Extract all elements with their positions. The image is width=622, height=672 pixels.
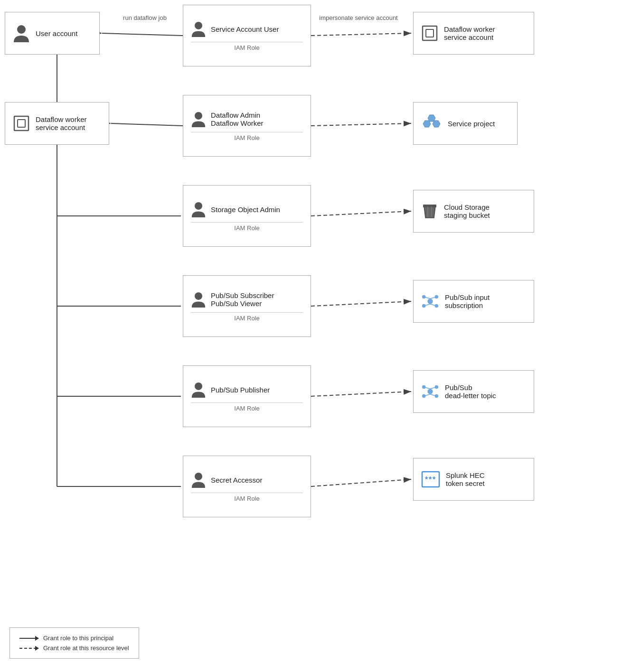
- role-person-icon-1: [191, 20, 206, 38]
- svg-rect-14: [423, 205, 436, 207]
- svg-rect-5: [423, 26, 437, 40]
- iam-divider-1: [191, 42, 303, 42]
- svg-point-35: [195, 473, 202, 480]
- iam-label-1: IAM Role: [191, 44, 303, 51]
- role-person-icon-2: [191, 110, 206, 128]
- user-account-label: User account: [36, 29, 77, 37]
- dataflow-worker-sa-top-box: Dataflow worker service account: [413, 12, 534, 55]
- secret-accessor-role-box: Secret Accessor IAM Role: [183, 456, 311, 517]
- pubsub-deadletter-label: Pub/Sub dead-letter topic: [445, 383, 496, 400]
- service-project-label: Service project: [448, 120, 495, 128]
- person-icon: [13, 23, 30, 43]
- arrow-secret-to-splunk: [311, 479, 411, 486]
- dataflow-worker-sa-left-label: Dataflow worker service account: [36, 115, 87, 131]
- arrow-pubsub-sub-to-resource: [311, 301, 411, 306]
- iam-divider-3: [191, 222, 303, 223]
- legend-solid-item: Grant role to this principal: [19, 635, 129, 642]
- arrow-role-to-sa-top: [311, 33, 411, 36]
- arrow-storage-to-bucket: [311, 211, 411, 216]
- svg-marker-11: [423, 121, 431, 127]
- iam-divider-6: [191, 493, 303, 493]
- svg-rect-6: [426, 29, 434, 37]
- arrow-user-to-role: [102, 33, 183, 36]
- pubsub-input-subscription-box: Pub/Sub input subscription: [413, 280, 534, 323]
- svg-text:*: *: [433, 476, 436, 484]
- svg-text:*: *: [425, 476, 428, 484]
- svg-rect-8: [18, 120, 25, 127]
- arrow-dataflow-role-to-project: [311, 123, 411, 126]
- legend-solid-line: [19, 638, 38, 639]
- pubsub-deadletter-box: Pub/Sub dead-letter topic: [413, 370, 534, 413]
- user-account-box: User account: [5, 12, 100, 55]
- legend-solid-label: Grant role to this principal: [43, 635, 113, 642]
- svg-point-26: [427, 389, 433, 394]
- svg-point-3: [17, 25, 26, 34]
- secret-accessor-label: Secret Accessor: [211, 476, 303, 484]
- service-project-box: Service project: [413, 102, 518, 145]
- storage-object-admin-label: Storage Object Admin: [211, 205, 303, 214]
- iam-label-5: IAM Role: [191, 405, 303, 412]
- splunk-hec-label: Splunk HEC token secret: [446, 471, 485, 487]
- service-account-user-role-box: Service Account User IAM Role: [183, 5, 311, 66]
- role-person-icon-4: [191, 290, 206, 308]
- iam-divider-5: [191, 402, 303, 403]
- iam-label-4: IAM Role: [191, 315, 303, 322]
- svg-rect-7: [14, 116, 28, 131]
- iam-label-2: IAM Role: [191, 134, 303, 141]
- svg-point-15: [195, 292, 202, 300]
- role-person-icon-5: [191, 381, 206, 399]
- pubsub-subscriber-label: Pub/Sub Subscriber Pub/Sub Viewer: [211, 291, 303, 308]
- storage-bucket-icon: [421, 203, 438, 220]
- service-account-icon-top: [421, 25, 438, 42]
- dataflow-worker-sa-top-label: Dataflow worker service account: [444, 25, 495, 41]
- service-project-icon: [421, 114, 442, 133]
- iam-divider-2: [191, 132, 303, 132]
- svg-text:*: *: [429, 476, 432, 484]
- pubsub-publisher-role-box: Pub/Sub Publisher IAM Role: [183, 365, 311, 427]
- pubsub-publisher-label: Pub/Sub Publisher: [211, 386, 303, 394]
- pubsub-input-label: Pub/Sub input subscription: [445, 293, 490, 309]
- role-person-icon-6: [191, 471, 206, 489]
- iam-label-3: IAM Role: [191, 224, 303, 232]
- diagram-container: run dataflow job impersonate service acc…: [0, 0, 622, 672]
- svg-point-13: [195, 202, 202, 210]
- dataflow-admin-worker-role-box: Dataflow Admin Dataflow Worker IAM Role: [183, 95, 311, 157]
- dataflow-admin-label: Dataflow Admin Dataflow Worker: [211, 111, 303, 127]
- legend-dashed-line: [19, 648, 38, 649]
- svg-point-16: [427, 299, 433, 304]
- iam-divider-4: [191, 312, 303, 313]
- annotation-run-dataflow: run dataflow job: [116, 14, 173, 21]
- cloud-storage-label: Cloud Storage staging bucket: [444, 203, 490, 219]
- secret-icon: * * *: [421, 471, 440, 488]
- svg-marker-12: [433, 121, 440, 127]
- diagram-lines: [0, 0, 622, 672]
- cloud-storage-bucket-box: Cloud Storage staging bucket: [413, 190, 534, 233]
- svg-point-25: [195, 383, 202, 390]
- pubsub-input-icon: [421, 292, 439, 310]
- svg-point-9: [195, 112, 202, 120]
- splunk-hec-secret-box: * * * Splunk HEC token secret: [413, 458, 534, 501]
- iam-label-6: IAM Role: [191, 495, 303, 502]
- arrow-dataflow-role-to-sa: [111, 123, 183, 126]
- dataflow-worker-sa-left-box: Dataflow worker service account: [5, 102, 109, 145]
- svg-point-4: [195, 22, 202, 29]
- role-person-icon-3: [191, 200, 206, 218]
- legend-dashed-item: Grant role at this resource level: [19, 644, 129, 652]
- storage-object-admin-role-box: Storage Object Admin IAM Role: [183, 185, 311, 247]
- service-account-icon-left: [13, 115, 30, 132]
- service-account-user-label: Service Account User: [211, 25, 303, 33]
- annotation-impersonate: impersonate service account: [316, 14, 401, 21]
- pubsub-subscriber-role-box: Pub/Sub Subscriber Pub/Sub Viewer IAM Ro…: [183, 275, 311, 337]
- legend-dashed-label: Grant role at this resource level: [43, 644, 129, 652]
- pubsub-deadletter-icon: [421, 383, 439, 401]
- arrow-pubsub-pub-to-topic: [311, 392, 411, 396]
- legend-box: Grant role to this principal Grant role …: [9, 627, 139, 659]
